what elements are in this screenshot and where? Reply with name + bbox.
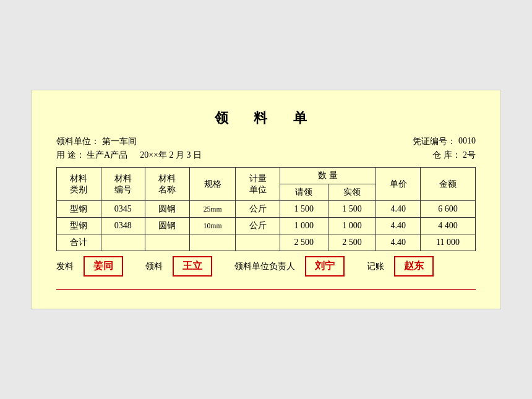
- receive-signature-box: 王立: [173, 256, 212, 277]
- date-value: 20××年 2 月 3 日: [140, 150, 202, 160]
- bottom-divider: [56, 289, 476, 290]
- table-row: 型钢0345圆钢25mm公斤1 5001 5004.406 600: [57, 201, 476, 218]
- material-table: 材料 类别 材料 编号 材料 名称 规格 计量 单位: [56, 167, 476, 251]
- dept-value: 第一车间: [102, 136, 137, 147]
- col-price-header: 单价: [376, 168, 421, 201]
- warehouse-info: 仓 库： 2号: [432, 150, 476, 161]
- data-table-wrap: 材料 类别 材料 编号 材料 名称 规格 计量 单位: [56, 167, 476, 251]
- issue-signature-box: 姜同: [84, 256, 123, 277]
- warehouse-label: 仓 库：: [432, 150, 461, 160]
- purpose-label: 用 途：: [56, 150, 85, 160]
- table-row: 型钢0348圆钢10mm公斤1 0001 0004.404 400: [57, 218, 476, 234]
- purpose-value: 生产A产品: [87, 150, 127, 160]
- signature-row: 发料 姜同 领料 王立 领料单位负责人 刘宁 记账 赵东: [56, 256, 476, 277]
- date-info: 20××年 2 月 3 日: [140, 150, 202, 161]
- account-label: 记账: [367, 261, 384, 272]
- table-body: 型钢0345圆钢25mm公斤1 5001 5004.406 600型钢0348圆…: [57, 201, 476, 251]
- responsible-signature-box: 刘宁: [305, 256, 345, 277]
- voucher-label: 凭证编号：: [413, 136, 456, 147]
- responsible-label: 领料单位负责人: [234, 261, 295, 272]
- table-header-row-1: 材料 类别 材料 编号 材料 名称 规格 计量 单位: [57, 168, 476, 184]
- info-row-2: 用 途： 生产A产品 20××年 2 月 3 日 仓 库： 2号: [56, 150, 476, 161]
- warehouse-value: 2号: [463, 150, 476, 160]
- col-code-header: 材料 编号: [101, 168, 145, 201]
- document-title: 领 料 单: [56, 109, 476, 127]
- purpose-date-group: 用 途： 生产A产品 20××年 2 月 3 日: [56, 150, 202, 161]
- receive-label: 领料: [145, 261, 163, 272]
- col-qty-req-header: 请领: [280, 184, 328, 201]
- col-spec-header: 规格: [189, 168, 236, 201]
- col-qty-header: 数 量: [280, 168, 376, 184]
- voucher-info: 凭证编号： 0010: [413, 136, 476, 147]
- account-signature-box: 赵东: [394, 256, 434, 277]
- dept-info: 领料单位： 第一车间: [56, 136, 137, 147]
- info-row-1: 领料单位： 第一车间 凭证编号： 0010: [56, 136, 476, 147]
- col-type-header: 材料 类别: [57, 168, 101, 201]
- issue-label: 发料: [56, 261, 74, 272]
- voucher-value: 0010: [458, 136, 476, 147]
- col-amount-header: 金额: [420, 168, 475, 201]
- dept-label: 领料单位：: [56, 136, 100, 147]
- col-unit-header: 计量 单位: [236, 168, 280, 201]
- col-qty-act-header: 实领: [328, 184, 376, 201]
- col-name-header: 材料 名称: [145, 168, 190, 201]
- purpose-info: 用 途： 生产A产品: [56, 150, 127, 161]
- table-row: 合计2 5002 5004.4011 000: [57, 234, 476, 251]
- document-card: 领 料 单 领料单位： 第一车间 凭证编号： 0010 用 途： 生产A产品 2…: [31, 90, 501, 309]
